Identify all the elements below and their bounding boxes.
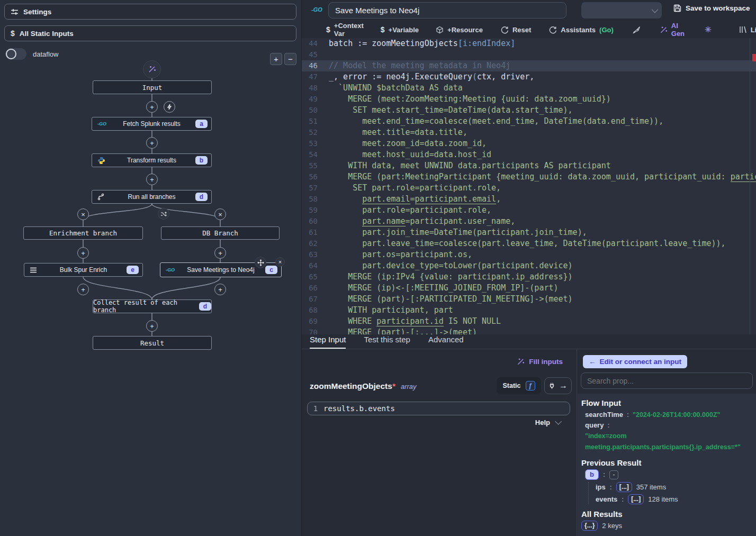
- node-input-label: Input: [93, 84, 211, 92]
- code-line[interactable]: 68 WITH participant, part: [302, 305, 756, 316]
- static-mode-toggle[interactable]: Static ƒ: [497, 377, 541, 394]
- code-line[interactable]: 51 meet.end_time=coalesce(meet.end_time,…: [302, 116, 756, 127]
- code-line[interactable]: 64 part.device_type=toLower(participant.…: [302, 260, 756, 271]
- save-to-workspace-button[interactable]: Save to workspace: [673, 4, 750, 12]
- move-node-handle[interactable]: [255, 257, 266, 268]
- code-line[interactable]: 53 meet.zoom_id=data.zoom_id,: [302, 138, 756, 149]
- search-prop-input[interactable]: [581, 373, 753, 389]
- add-step-connector[interactable]: +: [214, 284, 226, 295]
- branch-mode-connector[interactable]: [158, 208, 169, 220]
- prop-value: "2024-02-26T14:00:00.000Z": [633, 410, 720, 420]
- node-transform-results[interactable]: Transform results b: [92, 153, 212, 167]
- add-resource-button[interactable]: +Resource: [436, 26, 483, 34]
- prop-key[interactable]: query: [585, 420, 604, 431]
- tab-advanced[interactable]: Advanced: [428, 335, 464, 349]
- code-line[interactable]: 45: [302, 49, 756, 60]
- dataflow-canvas[interactable]: Input + -GO Fetch Splunk results a +: [0, 0, 301, 536]
- plus-icon: +: [218, 249, 222, 257]
- node-run-all-branches[interactable]: Run all branches d: [92, 190, 212, 204]
- workspace-select[interactable]: [581, 2, 662, 19]
- code-line[interactable]: 60 part.name=participant.user_name,: [302, 216, 756, 227]
- step-title-input[interactable]: [328, 2, 566, 19]
- item-count: 128 items: [648, 495, 678, 503]
- plus-icon: +: [150, 322, 154, 330]
- node-input[interactable]: Input: [93, 80, 212, 94]
- code-line[interactable]: 56 MERGE (part:MeetingParticipant {meeti…: [302, 171, 756, 183]
- inspector-content[interactable]: Flow Input searchTime : "2024-02-26T14:0…: [578, 394, 756, 536]
- expression-input[interactable]: 1 results.b.events: [307, 402, 570, 415]
- code-line[interactable]: 48 `UNWIND $batchData AS data: [302, 83, 756, 94]
- help-button[interactable]: Help: [535, 419, 560, 426]
- collapse-button[interactable]: -: [609, 470, 618, 479]
- code-line[interactable]: 63 part.os=participant.os,: [302, 249, 756, 260]
- connect-input-button[interactable]: →: [544, 377, 572, 394]
- object-expand-badge[interactable]: {...}: [581, 521, 598, 531]
- add-step-connector[interactable]: +: [77, 284, 89, 295]
- ai-gen-button[interactable]: AI Gen: [660, 22, 685, 38]
- node-collect-result[interactable]: Collect result of each branch d: [93, 299, 212, 313]
- add-variable-button[interactable]: $ +Variable: [381, 25, 419, 34]
- flow-start-wand[interactable]: [143, 60, 161, 78]
- code-line[interactable]: 61 part.join_time=DateTime(participant.j…: [302, 227, 756, 238]
- prop-key[interactable]: ips: [596, 483, 606, 491]
- remove-branch-button[interactable]: ×: [214, 208, 226, 220]
- function-icon: ƒ: [526, 381, 535, 390]
- reset-button[interactable]: Reset: [501, 26, 531, 34]
- prop-key[interactable]: searchTime: [585, 410, 623, 420]
- node-result-label: Result: [93, 339, 211, 347]
- chevron-down-icon: [652, 6, 659, 13]
- add-step-connector[interactable]: +: [214, 247, 226, 259]
- flow-sidebar: Settings $ All Static Inputs dataflow + …: [0, 0, 302, 536]
- code-editor[interactable]: 44 batch := zoomMeetingObjects[i:endInde…: [302, 38, 756, 334]
- node-bulk-spur-enrich[interactable]: Bulk Spur Enrich e: [24, 263, 143, 277]
- fill-inputs-button[interactable]: Fill inputs: [517, 358, 563, 366]
- trigger-connector[interactable]: [164, 101, 175, 113]
- code-line[interactable]: 67 MERGE (part)-[:PARTICIPATED_IN_MEETIN…: [302, 294, 756, 305]
- add-context-var-button[interactable]: $ +Context Var: [326, 22, 364, 38]
- prop-key[interactable]: events: [596, 495, 617, 503]
- code-line[interactable]: 65 MERGE (ip:IPv4 {value: participant.ip…: [302, 271, 756, 283]
- add-step-connector[interactable]: +: [146, 320, 158, 332]
- library-button[interactable]: Library: [739, 26, 756, 34]
- delete-node-button[interactable]: ×: [275, 257, 285, 267]
- code-line[interactable]: 59 part.role=participant.role,: [302, 205, 756, 216]
- assistants-button[interactable]: Assistants (Go): [549, 26, 613, 34]
- sparkles-button[interactable]: ✳: [705, 25, 712, 34]
- code-line[interactable]: 46 // Model the meeting metadata in Neo4…: [302, 60, 756, 71]
- node-result[interactable]: Result: [93, 336, 212, 350]
- code-line[interactable]: 62 part.leave_time=coalesce(part.leave_t…: [302, 238, 756, 249]
- code-line[interactable]: 52 meet.title=data.title,: [302, 127, 756, 138]
- code-line[interactable]: 66 MERGE (ip)<-[:MEETING_JOINED_FROM_IP]…: [302, 283, 756, 294]
- node-enrichment-branch-label: Enrichment branch: [24, 229, 142, 237]
- node-enrichment-branch[interactable]: Enrichment branch: [23, 226, 143, 240]
- code-line[interactable]: 49 MERGE (meet:ZoomMeeting:Meeting {uuid…: [302, 94, 756, 105]
- go-icon: -GO: [311, 6, 322, 13]
- code-line[interactable]: 50 SET meet.start_time=DateTime(data.sta…: [302, 105, 756, 116]
- remove-branch-button[interactable]: ×: [77, 208, 89, 220]
- add-step-connector[interactable]: +: [146, 174, 158, 185]
- ai-gen-label: AI Gen: [671, 22, 685, 38]
- previous-result-children: ips : [...] 357 items events : [...] 128…: [588, 482, 756, 504]
- node-fetch-splunk[interactable]: -GO Fetch Splunk results a: [92, 117, 212, 131]
- code-line[interactable]: 44 batch := zoomMeetingObjects[i:endInde…: [302, 38, 756, 49]
- tab-test-this-step[interactable]: Test this step: [364, 335, 410, 349]
- array-expand-badge[interactable]: [...]: [628, 494, 644, 504]
- code-line[interactable]: 70 MERGE (part)-[:...]->(meet): [302, 327, 756, 334]
- code-line[interactable]: 57 SET part.role=participant.role,: [302, 183, 756, 194]
- magic-wand-icon: [148, 65, 156, 74]
- code-line[interactable]: 58 part.email=participant.email,: [302, 194, 756, 205]
- edit-or-connect-button[interactable]: ← Edit or connect an input: [583, 355, 687, 368]
- format-button[interactable]: [633, 26, 641, 34]
- add-step-connector[interactable]: +: [77, 247, 89, 259]
- step-badge[interactable]: b: [585, 469, 599, 480]
- code-line[interactable]: 54 meet.host_uuid=data.host_id: [302, 149, 756, 160]
- array-expand-badge[interactable]: [...]: [616, 482, 632, 492]
- add-step-connector[interactable]: +: [146, 101, 158, 113]
- node-db-branch[interactable]: DB Branch: [161, 226, 280, 240]
- code-line[interactable]: 69 WHERE participant.id IS NOT NULL: [302, 316, 756, 327]
- code-line[interactable]: 55 WITH data, meet UNWIND data.participa…: [302, 160, 756, 171]
- step-badge: e: [127, 266, 139, 274]
- add-step-connector[interactable]: +: [146, 137, 158, 149]
- tab-step-input[interactable]: Step Input: [310, 335, 346, 349]
- code-line[interactable]: 47 _, error := neo4j.ExecuteQuery(ctx, d…: [302, 71, 756, 83]
